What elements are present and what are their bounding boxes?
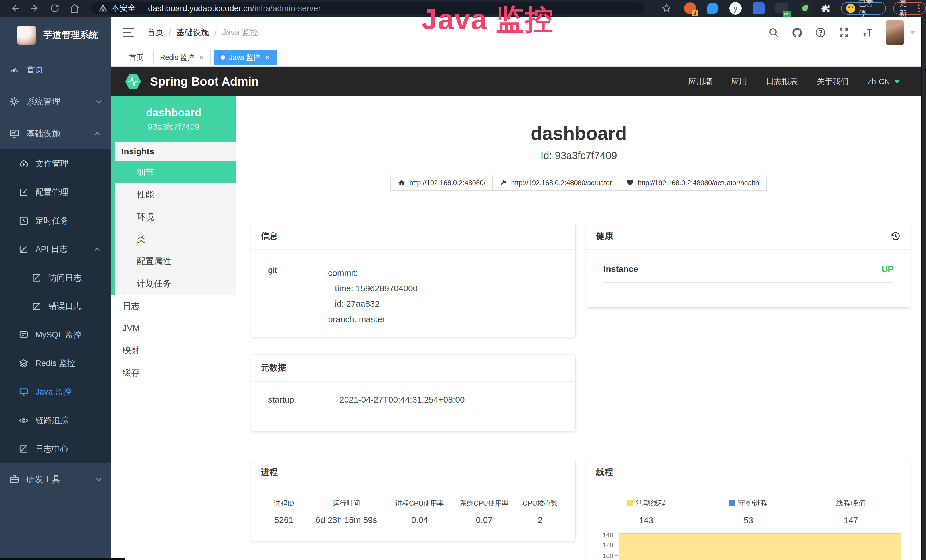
breadcrumb-home[interactable]: 首页	[147, 27, 164, 38]
sidebar-item-system[interactable]: 系统管理	[0, 86, 111, 118]
sba-item-logfile[interactable]: 日志	[111, 295, 236, 317]
history-icon[interactable]	[890, 231, 901, 242]
chrome-update-button[interactable]: 更新	[893, 2, 926, 15]
sba-item-configprops[interactable]: 配置属性	[111, 250, 236, 272]
breadcrumb-infra[interactable]: 基础设施	[176, 27, 209, 38]
sidebar-section-insights[interactable]: Insights	[111, 142, 236, 161]
sidebar-item-redis[interactable]: Redis 监控	[0, 349, 111, 378]
sidebar-item-mysql[interactable]: MySQL 监控	[0, 321, 111, 349]
close-icon[interactable]	[198, 55, 204, 61]
sidebar-item-infra[interactable]: 基础设施	[0, 118, 111, 150]
extension-icon-orange[interactable]: 1	[684, 2, 696, 14]
sba-nav-about[interactable]: 关于我们	[817, 76, 849, 87]
avatar-caret-icon[interactable]	[910, 31, 916, 34]
font-size-icon[interactable]	[861, 27, 873, 38]
sidebar-item-error-log[interactable]: 错误日志	[0, 292, 111, 321]
user-avatar[interactable]	[886, 20, 904, 45]
url-host[interactable]: dashboard.yudao.iocoder.cn	[148, 4, 252, 13]
sba-item-mappings[interactable]: 映射	[111, 339, 236, 362]
legend-swatch-live	[627, 500, 633, 506]
metadata-card: 元数据 startup 2021-04-27T00:44:31.254+08:0…	[251, 354, 575, 431]
sba-item-scheduledtasks[interactable]: 计划任务	[111, 272, 236, 295]
chevron-down-icon	[96, 98, 101, 103]
locale-select[interactable]: zh-CN	[867, 77, 900, 86]
edit-square-icon	[19, 188, 29, 197]
sba-main: dashboard Id: 93a3fc7f7409 http://192.16…	[236, 96, 921, 560]
edit-square-icon	[32, 301, 42, 311]
sba-nav-applications[interactable]: 应用	[731, 76, 747, 87]
git-commit-block: commit: time: 1596289704000 id: 27aa832 …	[328, 265, 418, 327]
collapse-sidebar-icon[interactable]	[123, 28, 134, 37]
sba-sidebar: dashboard 93a3fc7f7409 Insights 细节 性能 环境…	[111, 96, 236, 560]
sidebar-item-job[interactable]: 定时任务	[0, 207, 111, 235]
breadcrumb-current: Java 监控	[222, 27, 258, 38]
sba-nav-wallboard[interactable]: 应用墙	[688, 76, 713, 87]
sba-item-classes[interactable]: 类	[111, 228, 236, 250]
metadata-startup-row: startup 2021-04-27T00:44:31.254+08:00	[268, 382, 558, 414]
sba-brand-title[interactable]: Spring Boot Admin	[150, 75, 259, 88]
edit-square-icon	[19, 244, 29, 254]
status-badge: UP	[882, 264, 893, 274]
not-secure-label[interactable]: 不安全	[111, 3, 136, 14]
axis-corner	[618, 530, 621, 533]
home-nav-icon[interactable]	[70, 3, 80, 14]
sidebar-item-file[interactable]: 文件管理	[0, 150, 111, 178]
sba-item-details[interactable]: 细节	[111, 161, 236, 183]
sba-item-metrics[interactable]: 性能	[111, 183, 236, 206]
sidebar-item-access-log[interactable]: 访问日志	[0, 263, 111, 292]
monitor-icon	[19, 387, 29, 397]
sidebar-item-log-center[interactable]: 日志中心	[0, 435, 111, 463]
bookmark-star-icon[interactable]	[661, 3, 672, 14]
home-icon	[398, 179, 405, 186]
extension-icon-y[interactable]: y	[729, 2, 742, 15]
forward-icon[interactable]	[30, 3, 40, 14]
layers-icon	[19, 359, 29, 368]
brand-row[interactable]: 芋道管理系统	[0, 17, 111, 54]
sidebar-item-home[interactable]: 首页	[0, 54, 111, 86]
search-icon[interactable]	[768, 27, 779, 38]
sidebar-item-trace[interactable]: 链路追踪	[0, 406, 111, 435]
chevron-down-icon	[96, 476, 101, 481]
live-threads-area	[619, 533, 901, 560]
github-icon[interactable]	[791, 27, 803, 38]
help-icon[interactable]	[815, 27, 826, 38]
sba-item-environment[interactable]: 环境	[111, 206, 236, 228]
sba-item-jvm[interactable]: JVM	[111, 317, 236, 339]
extension-icon-grid[interactable]	[753, 2, 764, 14]
address-bar[interactable]: 不安全 dashboard.yudao.iocoder.cn /infra/ad…	[91, 2, 644, 14]
info-card: 信息 git commit: time: 1596289704000 id: 2…	[251, 223, 575, 337]
sidebar-item-config[interactable]: 配置管理	[0, 178, 111, 207]
reload-icon[interactable]	[50, 3, 60, 14]
tab-redis[interactable]: Redis 监控	[153, 50, 211, 65]
extension-icon-pin[interactable]	[707, 3, 719, 14]
health-url-button[interactable]: http://192.168.0.2:48080/actuator/health	[619, 175, 767, 191]
tab-home[interactable]: 首页	[123, 50, 150, 65]
health-instance-row: Instance UP	[604, 250, 893, 283]
gear-icon	[9, 97, 20, 107]
sidebar-item-api-log[interactable]: API 日志	[0, 235, 111, 263]
service-url-button[interactable]: http://192.168.0.2:48080/	[390, 175, 493, 191]
sba-nav-journal[interactable]: 日志报表	[766, 76, 798, 87]
fullscreen-icon[interactable]	[838, 27, 850, 38]
edit-square-icon	[19, 444, 29, 454]
back-icon[interactable]	[10, 3, 20, 14]
monitor-chart-icon	[9, 129, 20, 139]
browser-menu-icon[interactable]	[918, 4, 920, 12]
profile-paused-pill[interactable]: 已暂停	[841, 2, 886, 15]
sba-app-header[interactable]: dashboard 93a3fc7f7409	[111, 96, 236, 142]
app-id: 93a3fc7f7409	[148, 122, 200, 132]
extensions-puzzle-icon[interactable]	[820, 3, 831, 14]
sidebar-item-devtools[interactable]: 研发工具	[0, 463, 111, 495]
extension-icon-tampermonkey[interactable]: on	[775, 3, 788, 14]
actuator-url-button[interactable]: http://192.168.0.2:48080/actuator	[492, 175, 619, 191]
sidebar-item-java[interactable]: Java 监控	[0, 378, 111, 406]
chevron-up-icon	[94, 132, 100, 137]
extension-icon-leaf[interactable]	[799, 2, 811, 14]
not-secure-warning-icon	[99, 4, 107, 12]
tab-java[interactable]: Java 监控	[214, 50, 277, 65]
threads-card-title: 线程	[586, 459, 911, 486]
close-icon[interactable]	[264, 55, 270, 61]
sba-item-caches[interactable]: 缓存	[111, 362, 236, 384]
url-path[interactable]: /infra/admin-server	[252, 4, 321, 13]
browser-scrollbar[interactable]	[921, 17, 926, 560]
